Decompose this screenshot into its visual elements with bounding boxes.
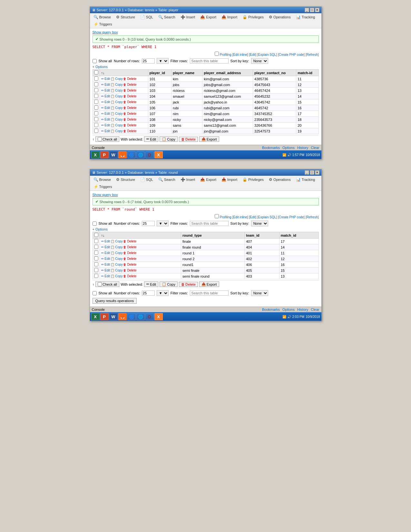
edit-link[interactable]: Edit	[250, 53, 255, 56]
ppt-app2[interactable]: P	[100, 313, 109, 320]
create-php-link2[interactable]: Create PHP code	[279, 215, 304, 219]
col2-checkbox[interactable]	[93, 232, 100, 239]
col2-match-id[interactable]: match_id	[279, 232, 318, 239]
select-all-checkbox2[interactable]	[94, 233, 98, 237]
row-checkbox-cell2[interactable]	[93, 250, 100, 256]
row-checkbox-cell2[interactable]	[93, 239, 100, 244]
ppt-app[interactable]: P	[100, 151, 109, 158]
row-checkbox-cell2[interactable]	[93, 262, 100, 268]
row-checkbox2[interactable]	[94, 256, 98, 261]
rows-dropdown2[interactable]: ▼	[157, 221, 169, 226]
copy-row-link[interactable]: 📋 Copy	[111, 89, 123, 92]
row-checkbox-cell2[interactable]	[93, 256, 100, 262]
row-checkbox-cell[interactable]	[93, 99, 100, 105]
col-player-contact[interactable]: player_contact_no	[253, 70, 296, 76]
col-checkbox[interactable]	[93, 70, 100, 76]
delete-row-link2[interactable]: 🗑 Delete	[123, 263, 137, 266]
clear-link2[interactable]: Clear	[311, 308, 319, 311]
check-all-btn[interactable]: Check all	[95, 136, 119, 142]
copy-row-link[interactable]: 📋 Copy	[111, 112, 123, 115]
row-checkbox[interactable]	[94, 82, 98, 86]
edit-row-link[interactable]: ✏ Edit	[101, 94, 110, 98]
edit-row-link[interactable]: ✏ Edit	[101, 123, 110, 127]
col-player-email[interactable]: player_email_address	[202, 70, 253, 76]
edit-row-link[interactable]: ✏ Edit	[101, 106, 110, 110]
delete-row-link[interactable]: 🗑 Delete	[123, 106, 137, 110]
bookmarks-link[interactable]: Bookmarks	[262, 146, 280, 150]
close-button2[interactable]: ✕	[315, 170, 319, 175]
opera-app2[interactable]: O	[145, 313, 154, 320]
delete-row-link2[interactable]: 🗑 Delete	[123, 269, 137, 272]
export-selected-btn[interactable]: 📤 Export	[199, 136, 219, 142]
menu-structure[interactable]: ⚙Structure	[114, 14, 137, 20]
edit-row-link[interactable]: ✏ Edit	[101, 77, 110, 81]
row-checkbox[interactable]	[94, 123, 98, 127]
edit-row-link[interactable]: ✏ Edit	[101, 129, 110, 133]
chrome-app2[interactable]: 🌐	[136, 313, 145, 320]
menu-privileges[interactable]: 🔒Privileges	[240, 14, 266, 20]
close-button[interactable]: ✕	[315, 8, 319, 12]
word-app2[interactable]: W	[109, 313, 118, 320]
col2-team-id[interactable]: team_id	[245, 232, 279, 239]
row-checkbox[interactable]	[94, 76, 98, 81]
edit-row-link2[interactable]: ✏ Edit	[101, 274, 110, 278]
edit-row-link2[interactable]: ✏ Edit	[101, 240, 110, 243]
copy-selected-btn[interactable]: 📋 Copy	[160, 136, 178, 142]
copy-selected-btn2[interactable]: 📋 Copy	[160, 281, 178, 287]
copy-row-link[interactable]: 📋 Copy	[111, 94, 123, 98]
row-checkbox-cell[interactable]	[93, 88, 100, 94]
firefox-app[interactable]: 🦊	[118, 151, 127, 158]
row-checkbox-cell[interactable]	[93, 111, 100, 117]
profiling-link2[interactable]: Profiling	[220, 215, 231, 219]
check-all-btn2[interactable]: Check all	[95, 281, 119, 287]
menu-triggers[interactable]: ⚡Triggers	[91, 21, 114, 27]
xampp-app[interactable]: X	[154, 151, 163, 158]
edit-row-link[interactable]: ✏ Edit	[101, 100, 110, 104]
menu-search[interactable]: 🔍Search	[156, 14, 178, 20]
copy-row-link[interactable]: 📋 Copy	[111, 129, 123, 133]
menu-browse[interactable]: 🔍Browse	[91, 14, 113, 20]
row-checkbox[interactable]	[94, 94, 98, 98]
menu2-insert[interactable]: ➕Insert	[178, 176, 198, 183]
delete-row-link2[interactable]: 🗑 Delete	[123, 251, 137, 255]
query-results-btn[interactable]: Query results operations	[93, 298, 137, 304]
options-console-link2[interactable]: Options	[282, 308, 295, 311]
minimize-button2[interactable]: _	[305, 170, 309, 175]
history-link2[interactable]: History	[297, 308, 308, 311]
explain-sql-link2[interactable]: Explain SQL	[258, 215, 276, 219]
menu-import[interactable]: 📥Import	[219, 14, 240, 20]
delete-row-link2[interactable]: 🗑 Delete	[123, 274, 137, 278]
profiling-checkbox[interactable]	[215, 52, 219, 56]
delete-selected-btn[interactable]: 🗑 Delete	[179, 137, 198, 142]
export-selected-btn2[interactable]: 📤 Export	[199, 281, 219, 287]
delete-selected-btn2[interactable]: 🗑 Delete	[179, 282, 198, 287]
col-player-name[interactable]: player_name	[171, 70, 202, 76]
copy-row-link2[interactable]: 📋 Copy	[111, 269, 123, 272]
menu-sql[interactable]: 📄SQL	[138, 14, 155, 20]
sort-by-select2[interactable]: None	[251, 221, 268, 226]
col-sort[interactable]: ↑↓	[100, 70, 148, 76]
profiling-checkbox2[interactable]	[215, 214, 219, 218]
copy-row-link[interactable]: 📋 Copy	[111, 123, 123, 127]
edit-row-link2[interactable]: ✏ Edit	[101, 251, 110, 255]
row-checkbox-cell[interactable]	[93, 117, 100, 123]
delete-row-link2[interactable]: 🗑 Delete	[123, 240, 137, 243]
edit-selected-btn[interactable]: ✏ Edit	[144, 136, 158, 142]
chrome-app[interactable]: 🌐	[136, 151, 145, 158]
row-checkbox-cell[interactable]	[93, 94, 100, 99]
profiling-link[interactable]: Profiling	[220, 53, 231, 56]
xampp-app2[interactable]: X	[154, 313, 163, 320]
row-checkbox2[interactable]	[94, 268, 98, 272]
maximize-button[interactable]: □	[310, 8, 314, 12]
delete-row-link2[interactable]: 🗑 Delete	[123, 257, 137, 261]
show-query-link2[interactable]: Show query box	[93, 193, 118, 197]
delete-row-link[interactable]: 🗑 Delete	[123, 123, 137, 127]
menu2-tracking[interactable]: 📊Tracking	[294, 176, 318, 183]
show-all-checkbox2[interactable]	[93, 222, 97, 226]
copy-row-link2[interactable]: 📋 Copy	[111, 257, 123, 261]
copy-row-link2[interactable]: 📋 Copy	[111, 240, 123, 243]
rows-dropdown-bottom[interactable]: ▼	[157, 290, 169, 296]
options-console-link[interactable]: Options	[282, 146, 295, 150]
edit-row-link2[interactable]: ✏ Edit	[101, 257, 110, 261]
edit-selected-btn2[interactable]: ✏ Edit	[144, 281, 158, 287]
